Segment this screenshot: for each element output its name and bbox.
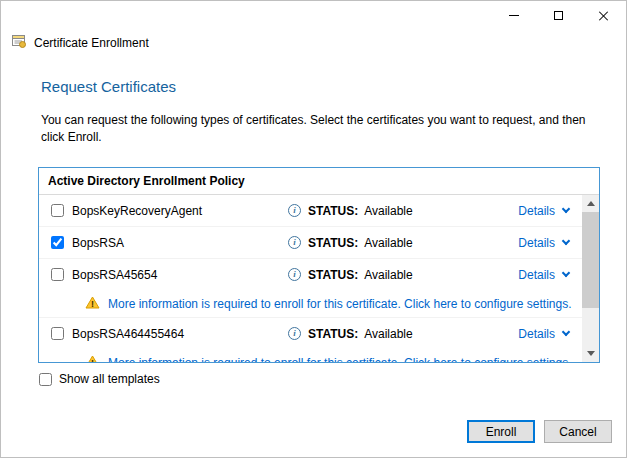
scrollbar-track[interactable]: [582, 212, 599, 345]
status-value: Available: [364, 327, 412, 341]
status-value: Available: [364, 268, 412, 282]
certificate-group: BopsRSA464455464 STATUS: Available Detai…: [39, 317, 582, 362]
page-title: Request Certificates: [41, 78, 600, 95]
info-icon: [288, 204, 301, 217]
warning-text: More information is required to enroll f…: [108, 297, 572, 311]
certificate-list-body: BopsKeyRecoveryAgent STATUS: Available D…: [39, 195, 599, 362]
certificate-warning-link[interactable]: ! More information is required to enroll…: [39, 349, 582, 362]
details-label: Details: [518, 327, 555, 341]
details-link[interactable]: Details: [518, 236, 569, 250]
footer-buttons: Enroll Cancel: [38, 420, 612, 443]
certificate-checkbox[interactable]: [51, 204, 64, 217]
app-header: Certificate Enrollment: [1, 32, 626, 54]
minimize-icon: [509, 15, 519, 16]
chevron-down-icon: [562, 268, 570, 276]
svg-text:!: !: [91, 298, 94, 308]
scroll-up-icon: [587, 201, 595, 206]
certificate-row[interactable]: BopsRSA45654 STATUS: Available Details: [39, 259, 582, 290]
details-link[interactable]: Details: [518, 268, 569, 282]
close-button[interactable]: [581, 1, 626, 30]
chevron-down-icon: [562, 204, 570, 212]
details-label: Details: [518, 268, 555, 282]
details-link[interactable]: Details: [518, 204, 569, 218]
maximize-button[interactable]: [536, 1, 581, 30]
certificate-checkbox[interactable]: [51, 236, 64, 249]
certificate-enrollment-icon: [11, 33, 27, 53]
certificate-group: BopsKeyRecoveryAgent STATUS: Available D…: [39, 195, 582, 226]
status-value: Available: [364, 204, 412, 218]
certificate-name: BopsRSA464455464: [72, 327, 288, 341]
svg-text:!: !: [91, 357, 94, 362]
show-all-templates[interactable]: Show all templates: [39, 372, 160, 386]
chevron-down-icon: [562, 327, 570, 335]
chevron-down-icon: [562, 236, 570, 244]
details-label: Details: [518, 204, 555, 218]
status-value: Available: [364, 236, 412, 250]
cancel-button[interactable]: Cancel: [544, 420, 612, 443]
certificate-name: BopsKeyRecoveryAgent: [72, 204, 288, 218]
scrollbar[interactable]: [582, 195, 599, 362]
status-label: STATUS:: [308, 268, 358, 282]
enrollment-policy-header: Active Directory Enrollment Policy: [39, 168, 599, 195]
certificate-enrollment-window: Certificate Enrollment Request Certifica…: [0, 0, 627, 458]
certificate-group: BopsRSA STATUS: Available Details: [39, 226, 582, 258]
warning-icon: !: [85, 354, 100, 363]
status-label: STATUS:: [308, 236, 358, 250]
show-all-templates-checkbox[interactable]: [39, 373, 52, 386]
close-icon: [598, 10, 610, 22]
app-title: Certificate Enrollment: [34, 36, 149, 50]
page-description: You can request the following types of c…: [41, 112, 593, 146]
scroll-down-icon: [587, 351, 595, 356]
certificate-row[interactable]: BopsRSA STATUS: Available Details: [39, 227, 582, 258]
scroll-up-button[interactable]: [582, 195, 599, 212]
info-icon: [288, 327, 301, 340]
certificate-list: Active Directory Enrollment Policy BopsK…: [38, 167, 600, 363]
certificate-checkbox[interactable]: [51, 268, 64, 281]
warning-icon: !: [85, 295, 100, 313]
content: Request Certificates You can request the…: [1, 78, 626, 443]
status-label: STATUS:: [308, 327, 358, 341]
info-icon: [288, 268, 301, 281]
certificate-row[interactable]: BopsKeyRecoveryAgent STATUS: Available D…: [39, 195, 582, 226]
status-label: STATUS:: [308, 204, 358, 218]
enroll-button[interactable]: Enroll: [467, 420, 535, 443]
certificate-checkbox[interactable]: [51, 327, 64, 340]
show-all-templates-label: Show all templates: [59, 372, 160, 386]
details-link[interactable]: Details: [518, 327, 569, 341]
warning-text: More information is required to enroll f…: [108, 356, 572, 363]
certificate-name: BopsRSA45654: [72, 268, 288, 282]
certificate-row[interactable]: BopsRSA464455464 STATUS: Available Detai…: [39, 318, 582, 349]
scroll-down-button[interactable]: [582, 345, 599, 362]
info-icon: [288, 236, 301, 249]
minimize-button[interactable]: [491, 1, 536, 30]
certificate-group: BopsRSA45654 STATUS: Available Details: [39, 258, 582, 317]
titlebar: [1, 1, 626, 30]
certificate-warning-link[interactable]: ! More information is required to enroll…: [39, 290, 582, 317]
details-label: Details: [518, 236, 555, 250]
maximize-icon: [554, 11, 563, 20]
certificate-rows: BopsKeyRecoveryAgent STATUS: Available D…: [39, 195, 582, 362]
certificate-name: BopsRSA: [72, 236, 288, 250]
scrollbar-thumb[interactable]: [582, 212, 599, 308]
